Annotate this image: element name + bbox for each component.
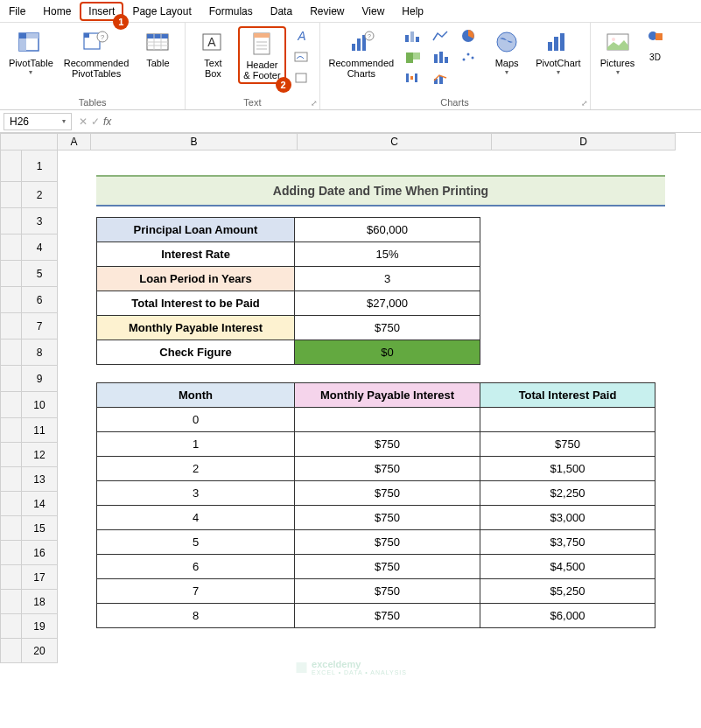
object-button[interactable] bbox=[290, 68, 314, 88]
menu-page-layout[interactable]: Page Layout bbox=[123, 2, 200, 21]
row-header-2[interactable]: 2 bbox=[0, 182, 58, 208]
wordart-button[interactable]: A bbox=[290, 26, 314, 46]
chevron-down-icon[interactable]: ▾ bbox=[62, 117, 66, 125]
row-header-14[interactable]: 14 bbox=[0, 492, 58, 516]
schedule-cell[interactable]: $750 bbox=[295, 481, 480, 506]
row-header-13[interactable]: 13 bbox=[0, 467, 58, 492]
row-header-20[interactable]: 20 bbox=[0, 639, 58, 663]
menu-insert[interactable]: Insert1 bbox=[80, 2, 123, 21]
menu-help[interactable]: Help bbox=[393, 2, 432, 21]
schedule-cell[interactable]: $750 bbox=[295, 555, 480, 579]
maps-button[interactable]: Maps ▾ bbox=[485, 26, 529, 78]
text-group-launcher-icon[interactable]: ⤢ bbox=[311, 99, 318, 108]
summary-value[interactable]: 3 bbox=[295, 267, 480, 291]
summary-label[interactable]: Loan Period in Years bbox=[97, 267, 295, 291]
schedule-cell[interactable]: 8 bbox=[97, 604, 295, 628]
schedule-cell[interactable]: $6,000 bbox=[480, 604, 655, 628]
col-header-C[interactable]: C bbox=[298, 133, 492, 150]
menu-file[interactable]: File bbox=[0, 2, 34, 21]
signature-button[interactable] bbox=[290, 47, 314, 66]
schedule-cell[interactable]: $3,000 bbox=[480, 506, 655, 530]
summary-value[interactable]: $60,000 bbox=[295, 218, 480, 242]
column-chart-button[interactable] bbox=[401, 26, 425, 46]
col-header-D[interactable]: D bbox=[492, 133, 676, 150]
pie-chart-button[interactable] bbox=[457, 26, 481, 46]
menu-formulas[interactable]: Formulas bbox=[200, 2, 262, 21]
summary-value[interactable]: 15% bbox=[295, 242, 480, 267]
combo-chart-button[interactable] bbox=[429, 68, 453, 88]
models-button[interactable]: 3D bbox=[643, 47, 668, 66]
schedule-header[interactable]: Monthly Payable Interest bbox=[295, 383, 480, 408]
row-header-9[interactable]: 9 bbox=[0, 366, 58, 392]
row-header-8[interactable]: 8 bbox=[0, 340, 58, 366]
pictures-button[interactable]: Pictures ▾ bbox=[596, 26, 640, 78]
row-header-10[interactable]: 10 bbox=[0, 392, 58, 418]
schedule-cell[interactable]: $1,500 bbox=[480, 457, 655, 481]
row-header-7[interactable]: 7 bbox=[0, 313, 58, 340]
pivottable-button[interactable]: PivotTable ▾ bbox=[5, 26, 57, 78]
row-header-17[interactable]: 17 bbox=[0, 565, 58, 590]
row-header-12[interactable]: 12 bbox=[0, 443, 58, 467]
summary-value[interactable]: $27,000 bbox=[295, 291, 480, 316]
fx-icon[interactable]: fx bbox=[103, 116, 111, 128]
summary-value[interactable]: $750 bbox=[295, 316, 480, 340]
summary-label[interactable]: Total Interest to be Paid bbox=[97, 291, 295, 316]
schedule-cell[interactable] bbox=[295, 408, 480, 432]
schedule-cell[interactable]: $750 bbox=[480, 432, 655, 457]
schedule-cell[interactable]: 0 bbox=[97, 408, 295, 432]
schedule-cell[interactable]: $750 bbox=[295, 530, 480, 555]
menu-review[interactable]: Review bbox=[301, 2, 353, 21]
schedule-cell[interactable] bbox=[480, 408, 655, 432]
pivotchart-button[interactable]: PivotChart ▾ bbox=[532, 26, 584, 78]
summary-value[interactable]: $0 bbox=[295, 340, 480, 365]
hierarchy-chart-button[interactable] bbox=[401, 47, 425, 66]
row-header-1[interactable]: 1 bbox=[0, 150, 58, 182]
schedule-header[interactable]: Total Interest Paid bbox=[480, 383, 655, 408]
schedule-cell[interactable]: $3,750 bbox=[480, 530, 655, 555]
schedule-header[interactable]: Month bbox=[97, 383, 295, 408]
summary-label[interactable]: Principal Loan Amount bbox=[97, 218, 295, 242]
summary-label[interactable]: Interest Rate bbox=[97, 242, 295, 267]
schedule-cell[interactable]: 4 bbox=[97, 506, 295, 530]
header-footer-button[interactable]: Header & Footer 2 bbox=[238, 26, 285, 84]
summary-label[interactable]: Monthly Payable Interest bbox=[97, 316, 295, 340]
recommended-pivottables-button[interactable]: ? Recommended PivotTables bbox=[60, 26, 133, 80]
schedule-cell[interactable]: $750 bbox=[295, 506, 480, 530]
formula-input[interactable] bbox=[115, 113, 701, 130]
shapes-button[interactable] bbox=[643, 26, 668, 46]
schedule-cell[interactable]: $2,250 bbox=[480, 481, 655, 506]
schedule-cell[interactable]: $750 bbox=[295, 432, 480, 457]
row-header-16[interactable]: 16 bbox=[0, 541, 58, 565]
schedule-cell[interactable]: $750 bbox=[295, 457, 480, 481]
schedule-cell[interactable]: 7 bbox=[97, 579, 295, 604]
schedule-cell[interactable]: 1 bbox=[97, 432, 295, 457]
scatter-chart-button[interactable] bbox=[457, 47, 481, 66]
menu-home[interactable]: Home bbox=[34, 2, 80, 21]
menu-view[interactable]: View bbox=[354, 2, 394, 21]
schedule-cell[interactable]: $750 bbox=[295, 579, 480, 604]
col-header-A[interactable]: A bbox=[58, 133, 91, 150]
cancel-icon[interactable]: ✕ bbox=[79, 116, 88, 128]
schedule-cell[interactable]: 6 bbox=[97, 555, 295, 579]
name-box[interactable]: H26 ▾ bbox=[4, 113, 72, 130]
schedule-cell[interactable]: 2 bbox=[97, 457, 295, 481]
row-header-3[interactable]: 3 bbox=[0, 208, 58, 234]
statistic-chart-button[interactable] bbox=[429, 47, 453, 66]
waterfall-chart-button[interactable] bbox=[401, 68, 425, 88]
charts-group-launcher-icon[interactable]: ⤢ bbox=[581, 99, 588, 108]
enter-icon[interactable]: ✓ bbox=[91, 116, 100, 128]
schedule-cell[interactable]: 3 bbox=[97, 481, 295, 506]
recommended-charts-button[interactable]: ? Recommended Charts bbox=[326, 26, 398, 80]
col-header-B[interactable]: B bbox=[91, 133, 298, 150]
textbox-button[interactable]: A Text Box bbox=[191, 26, 235, 80]
schedule-cell[interactable]: 5 bbox=[97, 530, 295, 555]
select-all-corner[interactable] bbox=[0, 133, 58, 150]
line-chart-button[interactable] bbox=[429, 26, 453, 46]
schedule-cell[interactable]: $750 bbox=[295, 604, 480, 628]
row-header-5[interactable]: 5 bbox=[0, 261, 58, 287]
table-button[interactable]: Table bbox=[136, 26, 179, 70]
row-header-4[interactable]: 4 bbox=[0, 234, 58, 261]
schedule-cell[interactable]: $4,500 bbox=[480, 555, 655, 579]
menu-data[interactable]: Data bbox=[262, 2, 301, 21]
row-header-6[interactable]: 6 bbox=[0, 287, 58, 313]
